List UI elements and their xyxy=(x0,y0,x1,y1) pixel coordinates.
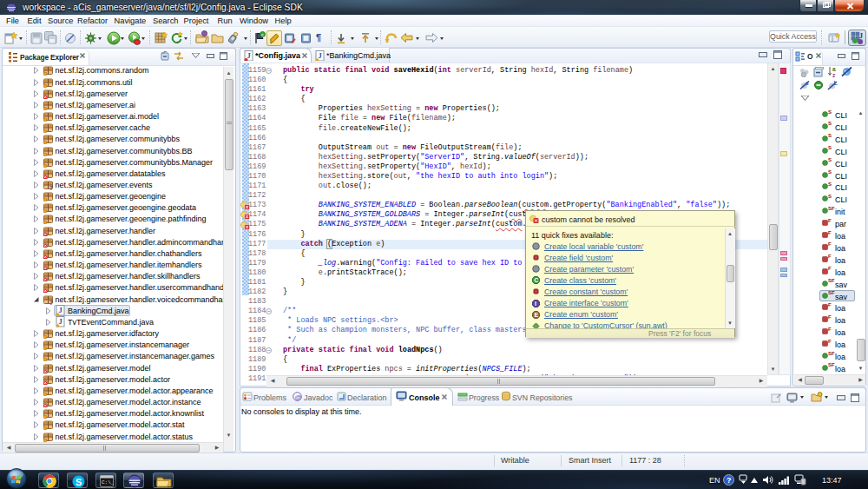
svg-text:c: c xyxy=(261,32,264,37)
svg-text:E: E xyxy=(534,312,538,318)
svg-text:C: C xyxy=(534,277,538,283)
svg-text:z: z xyxy=(832,72,836,78)
svg-text:S: S xyxy=(76,477,82,487)
svg-text:I: I xyxy=(535,301,536,307)
svg-text:?: ? xyxy=(727,476,732,485)
svg-text:?: ? xyxy=(49,185,53,190)
svg-text:?: ? xyxy=(49,300,53,305)
svg-text:C:\_: C:\_ xyxy=(102,479,114,486)
svg-text:J: J xyxy=(859,32,863,40)
svg-text:@: @ xyxy=(295,393,302,401)
